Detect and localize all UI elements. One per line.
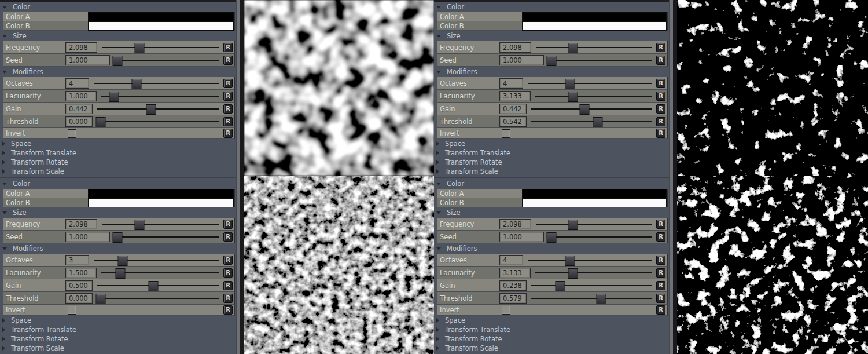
slider-octaves[interactable] bbox=[94, 255, 219, 265]
slider-lacunarity[interactable] bbox=[535, 268, 652, 278]
expand-triangle-icon[interactable] bbox=[436, 337, 439, 341]
slider-handle[interactable] bbox=[109, 92, 119, 102]
value-field-frequency[interactable]: 2.098 bbox=[65, 42, 97, 53]
slider-seed[interactable] bbox=[115, 55, 219, 65]
invert-checkbox[interactable] bbox=[68, 129, 76, 138]
value-field-gain[interactable]: 0.442 bbox=[65, 104, 93, 114]
slider-handle[interactable] bbox=[113, 232, 123, 243]
section-header-transform-translate[interactable]: Transform Translate bbox=[434, 148, 669, 158]
slider-octaves[interactable] bbox=[528, 255, 652, 265]
slider-threshold[interactable] bbox=[97, 293, 219, 304]
pane-splitter[interactable] bbox=[669, 0, 677, 354]
slider-handle[interactable] bbox=[96, 294, 106, 304]
section-header-space[interactable]: Space bbox=[0, 139, 236, 148]
reset-button[interactable]: R bbox=[223, 294, 233, 303]
slider-threshold[interactable] bbox=[531, 116, 652, 127]
section-header-modifiers[interactable]: Modifiers bbox=[0, 243, 236, 254]
section-header-modifiers[interactable]: Modifiers bbox=[434, 67, 669, 77]
slider-gain[interactable] bbox=[531, 280, 652, 291]
expand-triangle-icon[interactable] bbox=[2, 337, 5, 341]
slider-threshold[interactable] bbox=[97, 116, 219, 127]
slider-octaves[interactable] bbox=[528, 78, 652, 89]
reset-button[interactable]: R bbox=[656, 56, 665, 65]
section-header-transform-rotate[interactable]: Transform Rotate bbox=[434, 158, 669, 167]
section-header-color[interactable]: Color bbox=[0, 178, 236, 189]
expand-triangle-icon[interactable] bbox=[436, 327, 439, 332]
collapse-triangle-icon[interactable] bbox=[2, 35, 7, 38]
slider-handle[interactable] bbox=[568, 43, 578, 53]
collapse-triangle-icon[interactable] bbox=[2, 71, 7, 74]
collapse-triangle-icon[interactable] bbox=[436, 35, 441, 38]
pane-splitter[interactable] bbox=[236, 0, 244, 354]
expand-triangle-icon[interactable] bbox=[2, 318, 5, 323]
slider-handle[interactable] bbox=[547, 56, 557, 66]
section-header-size[interactable]: Size bbox=[0, 31, 236, 41]
reset-button[interactable]: R bbox=[656, 232, 665, 242]
collapse-triangle-icon[interactable] bbox=[436, 6, 441, 9]
color-swatch-color-b[interactable] bbox=[522, 198, 667, 207]
invert-checkbox[interactable] bbox=[502, 129, 510, 138]
section-header-transform-rotate[interactable]: Transform Rotate bbox=[0, 334, 236, 344]
slider-handle[interactable] bbox=[593, 117, 602, 127]
slider-lacunarity[interactable] bbox=[535, 91, 652, 101]
reset-button[interactable]: R bbox=[656, 220, 665, 229]
invert-checkbox[interactable] bbox=[502, 306, 510, 315]
color-swatch-color-a[interactable] bbox=[88, 12, 234, 21]
reset-button[interactable]: R bbox=[656, 256, 665, 265]
slider-handle[interactable] bbox=[568, 268, 578, 279]
reset-button[interactable]: R bbox=[223, 305, 233, 315]
expand-triangle-icon[interactable] bbox=[436, 160, 439, 165]
expand-triangle-icon[interactable] bbox=[436, 318, 439, 323]
value-field-octaves[interactable]: 4 bbox=[65, 78, 89, 89]
slider-lacunarity[interactable] bbox=[101, 268, 219, 278]
slider-octaves[interactable] bbox=[94, 78, 219, 89]
slider-handle[interactable] bbox=[568, 220, 578, 230]
section-header-size[interactable]: Size bbox=[434, 207, 669, 218]
reset-button[interactable]: R bbox=[223, 104, 233, 114]
value-field-gain[interactable]: 0.500 bbox=[65, 280, 93, 291]
slider-handle[interactable] bbox=[149, 281, 159, 291]
reset-button[interactable]: R bbox=[223, 43, 233, 52]
slider-handle[interactable] bbox=[579, 104, 589, 115]
section-header-size[interactable]: Size bbox=[434, 31, 669, 41]
reset-button[interactable]: R bbox=[656, 305, 665, 315]
section-header-modifiers[interactable]: Modifiers bbox=[434, 243, 669, 254]
value-field-seed[interactable]: 1.000 bbox=[499, 55, 544, 65]
slider-seed[interactable] bbox=[549, 232, 652, 242]
slider-frequency[interactable] bbox=[102, 42, 219, 53]
reset-button[interactable]: R bbox=[223, 129, 233, 138]
color-swatch-color-a[interactable] bbox=[522, 189, 667, 198]
slider-handle[interactable] bbox=[547, 232, 557, 243]
value-field-lacunarity[interactable]: 3.133 bbox=[499, 268, 531, 278]
reset-button[interactable]: R bbox=[656, 129, 665, 138]
value-field-lacunarity[interactable]: 3.133 bbox=[499, 91, 531, 101]
reset-button[interactable]: R bbox=[223, 117, 233, 126]
value-field-gain[interactable]: 0.442 bbox=[499, 104, 527, 114]
collapse-triangle-icon[interactable] bbox=[2, 247, 7, 250]
value-field-threshold[interactable]: 0.542 bbox=[499, 116, 527, 127]
section-header-color[interactable]: Color bbox=[434, 2, 669, 12]
slider-gain[interactable] bbox=[97, 280, 219, 291]
reset-button[interactable]: R bbox=[656, 268, 665, 278]
slider-threshold[interactable] bbox=[531, 293, 652, 304]
slider-gain[interactable] bbox=[531, 104, 652, 114]
expand-triangle-icon[interactable] bbox=[436, 151, 439, 155]
value-field-gain[interactable]: 0.238 bbox=[499, 280, 527, 291]
expand-triangle-icon[interactable] bbox=[436, 346, 439, 351]
expand-triangle-icon[interactable] bbox=[2, 169, 5, 174]
section-header-space[interactable]: Space bbox=[0, 316, 236, 325]
reset-button[interactable]: R bbox=[656, 117, 665, 126]
slider-handle[interactable] bbox=[565, 79, 575, 89]
collapse-triangle-icon[interactable] bbox=[2, 211, 7, 214]
collapse-triangle-icon[interactable] bbox=[436, 247, 441, 250]
value-field-threshold[interactable]: 0.000 bbox=[65, 293, 93, 304]
value-field-seed[interactable]: 1.000 bbox=[499, 232, 544, 242]
slider-handle[interactable] bbox=[134, 220, 144, 230]
slider-handle[interactable] bbox=[131, 79, 141, 89]
value-field-frequency[interactable]: 2.098 bbox=[65, 219, 97, 229]
section-header-space[interactable]: Space bbox=[434, 316, 669, 325]
section-header-transform-rotate[interactable]: Transform Rotate bbox=[434, 334, 669, 344]
value-field-frequency[interactable]: 2.098 bbox=[499, 42, 531, 53]
reset-button[interactable]: R bbox=[656, 294, 665, 303]
reset-button[interactable]: R bbox=[223, 281, 233, 290]
